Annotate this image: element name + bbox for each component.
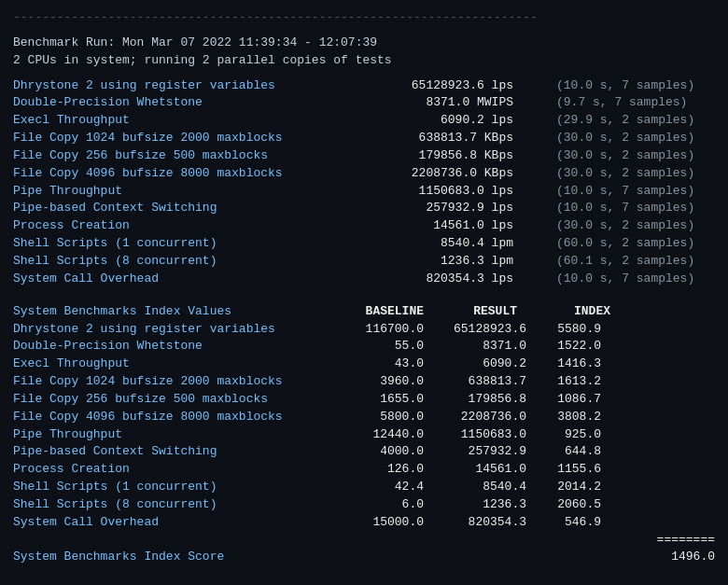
benchmark-label: Dhrystone 2 using register variables [13, 77, 330, 95]
benchmark-samples: (29.9 s, 2 samples) [547, 112, 715, 130]
index-row-baseline: 43.0 [330, 355, 424, 373]
index-row-value: 546.9 [526, 514, 601, 532]
index-row-value: 5580.9 [526, 321, 601, 339]
benchmark-label: File Copy 4096 bufsize 8000 maxblocks [13, 165, 330, 183]
index-data-row: File Copy 4096 bufsize 8000 maxblocks580… [13, 409, 715, 426]
index-row-result: 179856.8 [424, 391, 526, 409]
index-data-row: Pipe Throughput12440.01150683.0925.0 [13, 426, 715, 444]
benchmark-samples: (60.1 s, 2 samples) [547, 253, 715, 271]
index-data-row: Process Creation126.014561.01155.6 [13, 461, 715, 479]
index-header-row: System Benchmarks Index ValuesBASELINERE… [13, 303, 715, 321]
benchmark-row: File Copy 1024 bufsize 2000 maxblocks638… [13, 130, 715, 147]
benchmark-value: 14561.0 lps [364, 217, 513, 235]
benchmark-label: Process Creation [13, 217, 330, 235]
index-row-label: Dhrystone 2 using register variables [13, 321, 330, 339]
index-row-baseline: 12440.0 [330, 426, 424, 444]
index-row-value: 925.0 [526, 426, 601, 444]
benchmark-label: Shell Scripts (8 concurrent) [13, 253, 330, 271]
benchmark-value: 2208736.0 KBps [364, 165, 513, 183]
benchmark-row: File Copy 4096 bufsize 8000 maxblocks220… [13, 165, 715, 183]
benchmark-value: 1236.3 lpm [364, 253, 513, 271]
benchmark-samples: (9.7 s, 7 samples) [547, 94, 715, 112]
index-row-value: 2014.2 [526, 479, 601, 496]
benchmark-row: Shell Scripts (8 concurrent)1236.3 lpm(6… [13, 253, 715, 271]
final-score-value: 1496.0 [659, 549, 715, 566]
benchmark-label: Double-Precision Whetstone [13, 94, 330, 112]
index-data-row: Dhrystone 2 using register variables1167… [13, 321, 715, 339]
benchmark-samples: (10.0 s, 7 samples) [547, 271, 715, 288]
benchmark-row: System Call Overhead820354.3 lps(10.0 s,… [13, 271, 715, 288]
index-row-baseline: 4000.0 [330, 443, 424, 461]
index-row-value: 1086.7 [526, 391, 601, 409]
benchmark-row: Dhrystone 2 using register variables6512… [13, 77, 715, 95]
index-row-value: 1613.2 [526, 373, 601, 391]
benchmark-row: Double-Precision Whetstone8371.0 MWIPS(9… [13, 94, 715, 112]
index-row-result: 8540.4 [424, 479, 526, 496]
index-row-result: 14561.0 [424, 461, 526, 479]
index-row-baseline: 126.0 [330, 461, 424, 479]
index-row-label: Pipe Throughput [13, 426, 330, 444]
benchmark-value: 257932.9 lps [364, 200, 513, 217]
benchmark-value: 6090.2 lps [364, 112, 513, 130]
index-row-baseline: 15000.0 [330, 514, 424, 532]
final-score-line: System Benchmarks Index Score1496.0 [13, 549, 715, 566]
index-row-label: Pipe-based Context Switching [13, 443, 330, 461]
benchmark-row: File Copy 256 bufsize 500 maxblocks17985… [13, 147, 715, 165]
index-row-label: File Copy 1024 bufsize 2000 maxblocks [13, 373, 330, 391]
benchmark-samples: (30.0 s, 2 samples) [547, 130, 715, 147]
header-line2: 2 CPUs in system; running 2 parallel cop… [13, 52, 715, 70]
index-row-label: Shell Scripts (1 concurrent) [13, 479, 330, 496]
index-data-row: Execl Throughput43.06090.21416.3 [13, 355, 715, 373]
benchmark-value: 8371.0 MWIPS [364, 94, 513, 112]
benchmark-value: 820354.3 lps [364, 271, 513, 288]
index-row-value: 2060.5 [526, 496, 601, 514]
header-line1: Benchmark Run: Mon Mar 07 2022 11:39:34 … [13, 35, 715, 52]
benchmark-label: System Call Overhead [13, 271, 330, 288]
benchmark-row: Process Creation14561.0 lps(30.0 s, 2 sa… [13, 217, 715, 235]
benchmark-row: Shell Scripts (1 concurrent)8540.4 lpm(6… [13, 235, 715, 253]
index-row-label: System Call Overhead [13, 514, 330, 532]
index-row-result: 638813.7 [424, 373, 526, 391]
index-row-value: 644.8 [526, 443, 601, 461]
benchmarks-section: Dhrystone 2 using register variables6512… [13, 77, 715, 288]
index-row-result: 2208736.0 [424, 409, 526, 426]
index-row-baseline: 116700.0 [330, 321, 424, 339]
index-row-result: 8371.0 [424, 338, 526, 355]
index-row-result: 65128923.6 [424, 321, 526, 339]
index-row-label: File Copy 4096 bufsize 8000 maxblocks [13, 409, 330, 426]
index-row-result: 1150683.0 [424, 426, 526, 444]
index-col-result: RESULT [424, 303, 517, 321]
benchmark-row: Pipe-based Context Switching257932.9 lps… [13, 200, 715, 217]
index-row-result: 257932.9 [424, 443, 526, 461]
benchmark-value: 179856.8 KBps [364, 147, 513, 165]
index-row-label: Double-Precision Whetstone [13, 338, 330, 355]
index-row-result: 820354.3 [424, 514, 526, 532]
separator-top: ----------------------------------------… [13, 9, 715, 27]
index-header-label: System Benchmarks Index Values [13, 303, 330, 321]
index-row-value: 1522.0 [526, 338, 601, 355]
index-data-row: Pipe-based Context Switching4000.0257932… [13, 443, 715, 461]
benchmark-row: Pipe Throughput1150683.0 lps(10.0 s, 7 s… [13, 183, 715, 201]
benchmark-value: 8540.4 lpm [364, 235, 513, 253]
index-row-value: 3808.2 [526, 409, 601, 426]
index-row-result: 1236.3 [424, 496, 526, 514]
index-col-baseline: BASELINE [330, 303, 424, 321]
index-data-row: System Call Overhead15000.0820354.3546.9 [13, 514, 715, 532]
index-row-label: Process Creation [13, 461, 330, 479]
benchmark-row: Execl Throughput6090.2 lps(29.9 s, 2 sam… [13, 112, 715, 130]
equals-line: ======== [13, 532, 715, 550]
index-row-baseline: 3960.0 [330, 373, 424, 391]
index-row-value: 1155.6 [526, 461, 601, 479]
index-data-row: File Copy 256 bufsize 500 maxblocks1655.… [13, 391, 715, 409]
index-row-baseline: 55.0 [330, 338, 424, 355]
index-row-result: 6090.2 [424, 355, 526, 373]
benchmark-samples: (10.0 s, 7 samples) [547, 200, 715, 217]
index-row-baseline: 6.0 [330, 496, 424, 514]
index-row-label: Execl Throughput [13, 355, 330, 373]
benchmark-label: File Copy 256 bufsize 500 maxblocks [13, 147, 330, 165]
final-score-label: System Benchmarks Index Score [13, 549, 659, 566]
index-section: System Benchmarks Index ValuesBASELINERE… [13, 303, 715, 567]
benchmark-samples: (10.0 s, 7 samples) [547, 183, 715, 201]
benchmark-value: 1150683.0 lps [364, 183, 513, 201]
benchmark-value: 638813.7 KBps [364, 130, 513, 147]
